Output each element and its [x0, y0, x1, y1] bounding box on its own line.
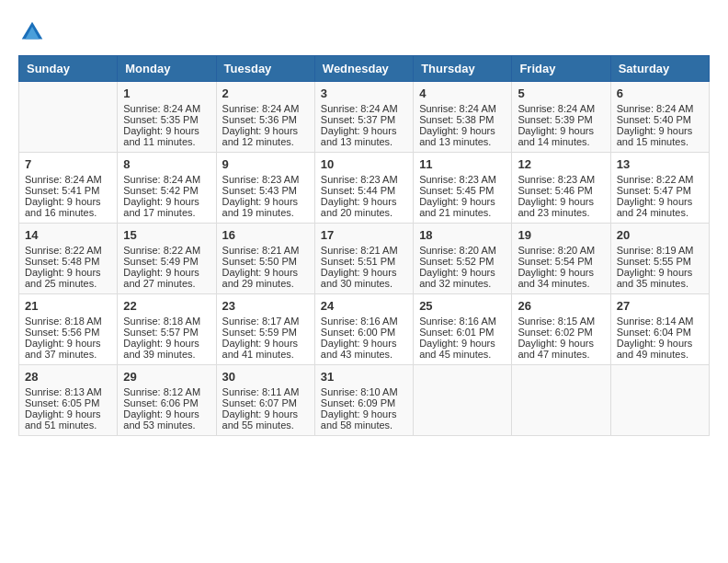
day-info: and 21 minutes. [419, 207, 506, 218]
day-info: and 55 minutes. [222, 419, 309, 431]
day-info: Sunrise: 8:23 AM [321, 174, 407, 185]
calendar-cell: 31Sunrise: 8:10 AMSunset: 6:09 PMDayligh… [314, 365, 413, 436]
day-info: Sunset: 5:42 PM [123, 185, 210, 196]
day-info: Daylight: 9 hours [419, 267, 506, 278]
calendar-cell [610, 365, 709, 436]
day-info: Sunset: 6:06 PM [123, 397, 210, 408]
day-info: and 15 minutes. [617, 136, 703, 147]
day-info: and 24 minutes. [617, 207, 703, 218]
day-number: 7 [25, 157, 111, 171]
day-info: Sunset: 6:00 PM [321, 327, 407, 338]
calendar-cell [512, 365, 610, 436]
day-info: Sunset: 5:37 PM [321, 114, 407, 125]
column-header-sunday: Sunday [19, 56, 118, 82]
day-info: and 27 minutes. [123, 278, 210, 289]
day-info: Sunset: 6:07 PM [222, 397, 309, 408]
day-number: 21 [25, 299, 111, 313]
calendar-cell: 21Sunrise: 8:18 AMSunset: 5:56 PMDayligh… [19, 294, 118, 365]
day-info: Sunrise: 8:18 AM [123, 316, 210, 327]
day-info: and 58 minutes. [321, 419, 407, 431]
day-info: and 39 minutes. [123, 349, 210, 360]
day-number: 27 [617, 299, 703, 313]
calendar-week-3: 14Sunrise: 8:22 AMSunset: 5:48 PMDayligh… [19, 224, 710, 294]
calendar-cell: 13Sunrise: 8:22 AMSunset: 5:47 PMDayligh… [610, 153, 709, 224]
day-info: Sunset: 5:52 PM [419, 256, 506, 267]
day-info: and 47 minutes. [518, 349, 604, 360]
day-info: Sunrise: 8:19 AM [617, 245, 703, 256]
day-info: Sunrise: 8:16 AM [321, 316, 407, 327]
day-info: and 19 minutes. [222, 207, 309, 218]
day-info: Sunset: 5:48 PM [25, 256, 111, 267]
day-info: Sunset: 5:57 PM [123, 327, 210, 338]
day-info: and 30 minutes. [321, 278, 407, 289]
day-info: Sunset: 5:46 PM [518, 185, 604, 196]
day-info: Sunrise: 8:24 AM [222, 103, 309, 114]
day-info: Sunset: 5:59 PM [222, 327, 309, 338]
day-info: Sunset: 6:01 PM [419, 327, 506, 338]
calendar-header-row: SundayMondayTuesdayWednesdayThursdayFrid… [19, 56, 710, 82]
column-header-wednesday: Wednesday [314, 56, 413, 82]
day-info: Daylight: 9 hours [617, 338, 703, 349]
day-info: Sunset: 5:45 PM [419, 185, 506, 196]
calendar-cell: 22Sunrise: 8:18 AMSunset: 5:57 PMDayligh… [118, 294, 216, 365]
day-info: Sunrise: 8:18 AM [25, 316, 111, 327]
day-info: Sunrise: 8:10 AM [321, 386, 407, 397]
day-info: Daylight: 9 hours [518, 125, 604, 136]
day-info: and 12 minutes. [222, 136, 309, 147]
day-info: and 43 minutes. [321, 349, 407, 360]
day-info: Daylight: 9 hours [222, 338, 309, 349]
day-info: and 32 minutes. [419, 278, 506, 289]
day-number: 17 [321, 228, 407, 242]
day-number: 22 [123, 299, 210, 313]
calendar-cell: 3Sunrise: 8:24 AMSunset: 5:37 PMDaylight… [314, 82, 413, 153]
day-info: Daylight: 9 hours [321, 267, 407, 278]
day-number: 1 [123, 86, 210, 100]
day-info: Daylight: 9 hours [25, 408, 111, 419]
column-header-tuesday: Tuesday [216, 56, 314, 82]
day-info: Sunrise: 8:16 AM [419, 316, 506, 327]
day-info: Daylight: 9 hours [25, 196, 111, 207]
day-number: 29 [123, 370, 210, 384]
day-info: Sunrise: 8:20 AM [419, 245, 506, 256]
calendar-cell: 11Sunrise: 8:23 AMSunset: 5:45 PMDayligh… [414, 153, 512, 224]
day-info: Sunset: 5:41 PM [25, 185, 111, 196]
day-info: Sunset: 5:55 PM [617, 256, 703, 267]
day-info: Daylight: 9 hours [25, 338, 111, 349]
calendar-cell: 25Sunrise: 8:16 AMSunset: 6:01 PMDayligh… [414, 294, 512, 365]
day-info: Sunset: 5:54 PM [518, 256, 604, 267]
day-info: and 13 minutes. [321, 136, 407, 147]
day-info: Daylight: 9 hours [222, 125, 309, 136]
day-info: Daylight: 9 hours [518, 196, 604, 207]
day-info: Sunset: 5:43 PM [222, 185, 309, 196]
day-info: Sunrise: 8:24 AM [123, 103, 210, 114]
calendar-cell: 23Sunrise: 8:17 AMSunset: 5:59 PMDayligh… [216, 294, 314, 365]
calendar-week-5: 28Sunrise: 8:13 AMSunset: 6:05 PMDayligh… [19, 365, 710, 436]
calendar-week-4: 21Sunrise: 8:18 AMSunset: 5:56 PMDayligh… [19, 294, 710, 365]
column-header-friday: Friday [512, 56, 610, 82]
day-number: 11 [419, 157, 506, 171]
day-info: Sunrise: 8:23 AM [419, 174, 506, 185]
day-info: Sunrise: 8:22 AM [123, 245, 210, 256]
day-info: Sunrise: 8:22 AM [25, 245, 111, 256]
calendar-cell: 29Sunrise: 8:12 AMSunset: 6:06 PMDayligh… [118, 365, 216, 436]
day-info: Daylight: 9 hours [321, 408, 407, 419]
day-number: 16 [222, 228, 309, 242]
day-info: and 14 minutes. [518, 136, 604, 147]
day-info: and 13 minutes. [419, 136, 506, 147]
day-info: Sunrise: 8:12 AM [123, 386, 210, 397]
calendar-cell: 12Sunrise: 8:23 AMSunset: 5:46 PMDayligh… [512, 153, 610, 224]
day-info: Daylight: 9 hours [123, 408, 210, 419]
calendar-cell: 7Sunrise: 8:24 AMSunset: 5:41 PMDaylight… [19, 153, 118, 224]
day-info: and 23 minutes. [518, 207, 604, 218]
calendar-cell: 18Sunrise: 8:20 AMSunset: 5:52 PMDayligh… [414, 224, 512, 294]
day-info: Sunrise: 8:22 AM [617, 174, 703, 185]
calendar-table: SundayMondayTuesdayWednesdayThursdayFrid… [18, 55, 710, 436]
day-number: 6 [617, 86, 703, 100]
day-number: 5 [518, 86, 604, 100]
day-number: 30 [222, 370, 309, 384]
day-info: Sunrise: 8:15 AM [518, 316, 604, 327]
calendar-cell: 1Sunrise: 8:24 AMSunset: 5:35 PMDaylight… [118, 82, 216, 153]
column-header-saturday: Saturday [610, 56, 709, 82]
calendar-cell: 19Sunrise: 8:20 AMSunset: 5:54 PMDayligh… [512, 224, 610, 294]
day-info: Daylight: 9 hours [123, 267, 210, 278]
